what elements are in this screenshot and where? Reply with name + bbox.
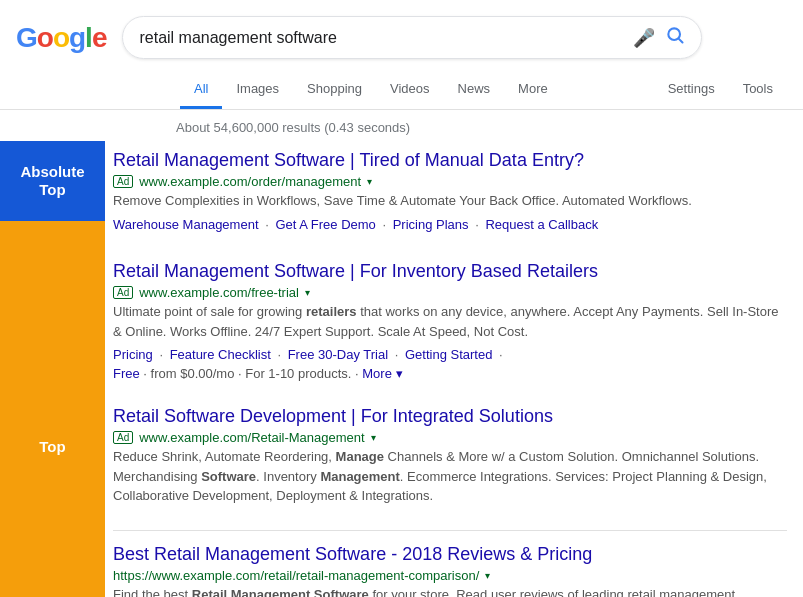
logo-g: G (16, 22, 37, 54)
dropdown-arrow-organic[interactable]: ▾ (485, 570, 490, 581)
google-logo: Google (16, 22, 106, 54)
nav-item-shopping[interactable]: Shopping (293, 71, 376, 109)
organic-result-1: Best Retail Management Software - 2018 R… (113, 543, 787, 597)
ad-badge-1: Ad (113, 175, 133, 188)
ad-result-2-links: Pricing · Feature Checklist · Free 30-Da… (113, 345, 787, 366)
results-column: Retail Management Software | Tired of Ma… (105, 141, 803, 597)
ad-result-1: Retail Management Software | Tired of Ma… (113, 149, 787, 240)
nav-left: All Images Shopping Videos News More (180, 71, 654, 109)
ad-result-1-links: Warehouse Management · Get A Free Demo ·… (113, 215, 787, 236)
ad-link-1-2[interactable]: Get A Free Demo (275, 217, 375, 232)
more-link[interactable]: More ▾ (362, 366, 402, 381)
ad-link-1-3[interactable]: Pricing Plans (393, 217, 469, 232)
divider (113, 530, 787, 531)
ad-result-2-url-row: Ad www.example.com/free-trial ▾ (113, 285, 787, 300)
free-note: Free · from $0.00/mo · For 1-10 products… (113, 366, 787, 381)
nav-item-tools[interactable]: Tools (729, 71, 787, 109)
organic-result-1-title[interactable]: Best Retail Management Software - 2018 R… (113, 544, 592, 564)
search-input[interactable] (139, 29, 623, 47)
labels-column: Absolute Top Top (0, 141, 105, 597)
bold-rms: Retail Management Software (192, 587, 369, 597)
results-count: About 54,600,000 results (0.43 seconds) (176, 120, 410, 135)
ad-result-2-url: www.example.com/free-trial (139, 285, 299, 300)
ad-link-2-4[interactable]: Getting Started (405, 347, 492, 362)
search-bar[interactable]: 🎤 (122, 16, 702, 59)
header: Google 🎤 (0, 0, 803, 67)
ad-badge-2: Ad (113, 286, 133, 299)
dot-7: · (499, 347, 503, 362)
ad-result-3-url-row: Ad www.example.com/Retail-Management ▾ (113, 430, 787, 445)
ad-result-2-desc: Ultimate point of sale for growing retai… (113, 302, 787, 341)
ad-badge-3: Ad (113, 431, 133, 444)
bold-retailers: retailers (306, 304, 357, 319)
nav-item-more[interactable]: More (504, 71, 562, 109)
mic-icon[interactable]: 🎤 (633, 27, 655, 49)
absolute-top-label: Absolute Top (0, 141, 105, 221)
dot-1: · (265, 217, 269, 232)
ad-result-3: Retail Software Development | For Integr… (113, 405, 787, 510)
search-icon[interactable] (665, 25, 685, 50)
nav-item-news[interactable]: News (444, 71, 505, 109)
ad-link-1-1[interactable]: Warehouse Management (113, 217, 259, 232)
nav-bar: All Images Shopping Videos News More Set… (0, 67, 803, 110)
nav-item-videos[interactable]: Videos (376, 71, 444, 109)
dot-4: · (159, 347, 163, 362)
svg-line-1 (679, 39, 683, 43)
dot-3: · (475, 217, 479, 232)
nav-right: Settings Tools (654, 71, 787, 109)
ad-result-3-title[interactable]: Retail Software Development | For Integr… (113, 406, 553, 426)
organic-result-1-desc: Find the best Retail Management Software… (113, 585, 787, 597)
nav-item-all[interactable]: All (180, 71, 222, 109)
ad-result-2: Retail Management Software | For Invento… (113, 260, 787, 385)
dropdown-arrow-2[interactable]: ▾ (305, 287, 310, 298)
ad-link-1-4[interactable]: Request a Callback (485, 217, 598, 232)
bold-management: Management (320, 469, 399, 484)
ad-result-2-title[interactable]: Retail Management Software | For Invento… (113, 261, 598, 281)
ad-result-3-url: www.example.com/Retail-Management (139, 430, 364, 445)
dropdown-arrow-1[interactable]: ▾ (367, 176, 372, 187)
logo-e: e (92, 22, 107, 54)
dropdown-arrow-3[interactable]: ▾ (371, 432, 376, 443)
bold-manage: Manage (336, 449, 384, 464)
ad-result-1-title[interactable]: Retail Management Software | Tired of Ma… (113, 150, 584, 170)
ad-result-3-desc: Reduce Shrink, Automate Reordering, Mana… (113, 447, 787, 506)
ad-link-2-2[interactable]: Feature Checklist (170, 347, 271, 362)
ad-result-1-url-row: Ad www.example.com/order/management ▾ (113, 174, 787, 189)
logo-g2: g (69, 22, 85, 54)
bold-software: Software (201, 469, 256, 484)
organic-result-1-url-row: https://www.example.com/retail/retail-ma… (113, 568, 787, 583)
dot-6: · (395, 347, 399, 362)
free-label: Free (113, 366, 140, 381)
nav-item-settings[interactable]: Settings (654, 71, 729, 109)
ad-link-2-1[interactable]: Pricing (113, 347, 153, 362)
ad-result-1-desc: Remove Complexities in Workflows, Save T… (113, 191, 787, 211)
nav-item-images[interactable]: Images (222, 71, 293, 109)
dot-2: · (382, 217, 386, 232)
logo-l: l (85, 22, 92, 54)
top-label: Top (0, 221, 105, 597)
results-info: About 54,600,000 results (0.43 seconds) (160, 110, 803, 141)
content: Absolute Top Top Retail Management Softw… (0, 141, 803, 597)
dot-5: · (277, 347, 281, 362)
ad-result-1-url: www.example.com/order/management (139, 174, 361, 189)
logo-o2: o (53, 22, 69, 54)
logo-o1: o (37, 22, 53, 54)
ad-link-2-3[interactable]: Free 30-Day Trial (288, 347, 388, 362)
organic-result-1-url: https://www.example.com/retail/retail-ma… (113, 568, 479, 583)
